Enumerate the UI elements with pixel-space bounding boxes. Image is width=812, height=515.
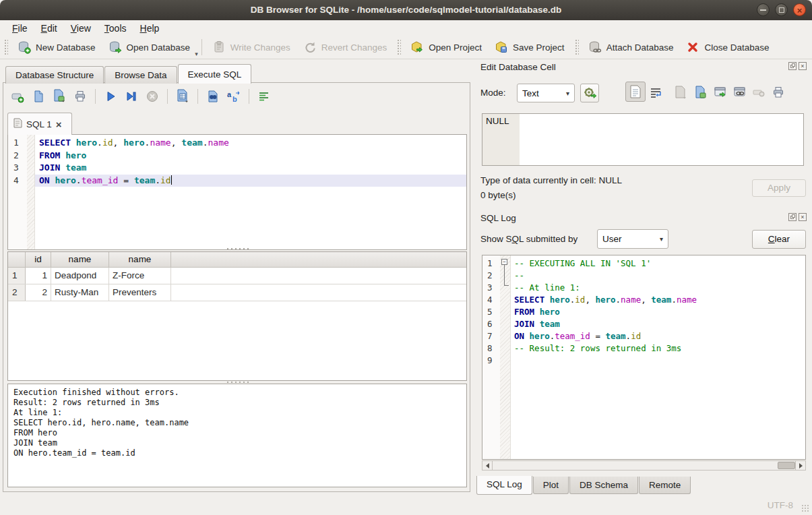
dock-close-icon[interactable]: × [799, 213, 807, 221]
write-changes-button[interactable]: Write Changes [206, 37, 296, 57]
splitter-handle[interactable] [226, 247, 251, 250]
cell-id[interactable]: 2 [26, 284, 51, 301]
dock-float-icon[interactable] [788, 62, 797, 70]
attach-database-button[interactable]: Attach Database [582, 37, 680, 57]
sql-tab-sql1[interactable]: SQL 1 × [7, 113, 72, 135]
sql-log-dock-title: SQL Log [480, 213, 516, 223]
tab-execute-sql[interactable]: Execute SQL [178, 64, 252, 84]
scroll-right-icon[interactable] [795, 461, 805, 470]
execution-message-area[interactable]: Execution finished without errors. Resul… [7, 384, 467, 487]
export-data-icon[interactable] [693, 84, 709, 100]
scroll-left-icon[interactable] [482, 461, 493, 470]
tab-plot[interactable]: Plot [533, 477, 569, 494]
tab-db-schema[interactable]: DB Schema [569, 477, 638, 494]
mode-select[interactable]: Text▾ [517, 84, 575, 102]
word-wrap-icon[interactable] [648, 84, 664, 100]
toolbar-drag-handle[interactable] [575, 39, 579, 55]
open-database-dropdown[interactable]: ▾ [195, 51, 198, 59]
code-line: JOIN team [35, 162, 466, 175]
clear-log-button[interactable]: Clear [752, 230, 806, 249]
scrollbar-thumb[interactable] [778, 462, 795, 469]
toolbar-drag-handle[interactable] [397, 39, 401, 55]
link-cell-icon[interactable] [732, 84, 748, 100]
table-row[interactable]: 2 2 Rusty-Man Preventers [8, 284, 466, 301]
right-pane: Edit Database Cell × Mode: Text▾ NULL Ty… [474, 59, 812, 495]
editor-code-area[interactable]: SELECT hero.id, hero.name, team.name FRO… [35, 135, 466, 249]
log-line [511, 355, 805, 367]
log-horizontal-scrollbar[interactable] [482, 460, 806, 471]
encoding-status: UTF-8 [768, 500, 793, 510]
tab-sql-log[interactable]: SQL Log [476, 476, 532, 495]
new-database-button[interactable]: New Database [11, 37, 102, 57]
results-grid[interactable]: id name name 1 1 Deadpond Z-Force 2 2 Ru… [7, 251, 467, 381]
apply-button[interactable]: Apply [752, 179, 806, 197]
print-icon[interactable] [73, 89, 88, 104]
cell-value-editor[interactable]: NULL [482, 113, 804, 166]
menu-file[interactable]: File [5, 22, 34, 34]
log-fold-margin: − [500, 255, 511, 459]
set-null-icon[interactable] [751, 84, 767, 100]
results-col-id[interactable]: id [26, 252, 51, 267]
execute-all-icon[interactable] [103, 89, 118, 104]
auto-apply-button[interactable] [580, 84, 599, 102]
sql-log-filter-select[interactable]: User▾ [597, 229, 668, 249]
resize-grip-icon[interactable] [801, 504, 809, 512]
sql-log-viewer[interactable]: 12 34 56 78 9 − -- EXECUTING ALL IN 'SQL… [482, 255, 806, 460]
tab-remote[interactable]: Remote [639, 477, 691, 494]
revert-changes-button[interactable]: Revert Changes [296, 37, 394, 57]
dock-float-icon[interactable] [788, 213, 797, 221]
open-sql-file-icon[interactable] [31, 89, 46, 104]
tab-browse-data[interactable]: Browse Data [104, 66, 177, 84]
menu-view[interactable]: View [64, 22, 98, 34]
open-project-icon [410, 40, 425, 55]
open-project-button[interactable]: Open Project [404, 37, 488, 57]
close-button[interactable]: × [793, 3, 806, 16]
window-title: DB Browser for SQLite - /home/user/code/… [0, 0, 812, 20]
open-external-icon[interactable] [712, 84, 728, 100]
open-database-button[interactable]: Open Database [102, 37, 197, 57]
table-row[interactable]: 1 1 Deadpond Z-Force [8, 268, 466, 284]
save-project-button[interactable]: Save Project [488, 37, 571, 57]
stop-icon[interactable] [145, 89, 160, 104]
tab-database-structure[interactable]: Database Structure [5, 66, 104, 84]
row-header[interactable]: 1 [8, 268, 26, 284]
editor-line-numbers: 1 2 3 4 [8, 135, 27, 249]
import-data-icon[interactable] [673, 84, 689, 100]
row-header[interactable]: 2 [8, 284, 26, 301]
results-col-name2[interactable]: name [109, 252, 171, 267]
close-sql-tab-icon[interactable]: × [56, 119, 62, 129]
statusbar: UTF-8 [0, 495, 812, 515]
sql-editor[interactable]: 1 2 3 4 SELECT hero.id, hero.name, team.… [7, 134, 467, 250]
export-results-icon[interactable] [175, 89, 190, 104]
save-sql-file-icon[interactable] [52, 89, 67, 104]
replace-icon[interactable]: ab [226, 89, 241, 104]
log-code-area[interactable]: -- EXECUTING ALL IN 'SQL 1' -- -- At lin… [511, 255, 805, 459]
cell-hero-name[interactable]: Rusty-Man [51, 284, 109, 301]
menu-edit[interactable]: Edit [34, 22, 64, 34]
log-line: -- [511, 270, 805, 282]
fold-marker[interactable]: − [501, 259, 507, 265]
text-mode-button[interactable] [625, 82, 646, 102]
cell-hero-name[interactable]: Deadpond [51, 268, 109, 284]
format-sql-icon[interactable] [257, 89, 272, 104]
close-database-button[interactable]: Close Database [679, 37, 775, 57]
results-col-name1[interactable]: name [51, 252, 109, 267]
left-pane: Database Structure Browse Data Execute S… [0, 59, 474, 495]
results-header: id name name [8, 252, 466, 268]
cell-id[interactable]: 1 [26, 268, 51, 284]
results-corner[interactable] [8, 252, 26, 267]
menu-tools[interactable]: Tools [98, 22, 133, 34]
find-icon[interactable] [206, 89, 220, 104]
minimize-button[interactable] [757, 3, 770, 16]
cell-team-name[interactable]: Z-Force [109, 268, 171, 284]
toolbar-drag-handle[interactable] [4, 39, 8, 55]
print-cell-icon[interactable] [770, 84, 786, 100]
new-sql-tab-icon[interactable] [10, 89, 25, 104]
dock-close-icon[interactable]: × [799, 62, 807, 70]
execute-line-icon[interactable] [124, 89, 139, 104]
cell-team-name[interactable]: Preventers [109, 284, 171, 301]
maximize-button[interactable] [775, 3, 788, 16]
close-database-icon [685, 40, 700, 55]
menu-help[interactable]: Help [133, 22, 166, 34]
cell-size-info: 0 byte(s) [480, 190, 516, 200]
